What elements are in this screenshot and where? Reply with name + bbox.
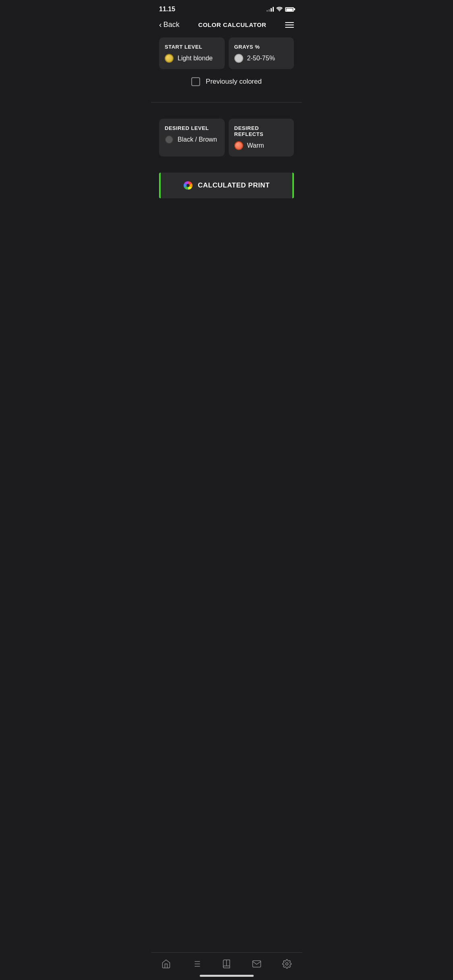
desired-reflects-label: DESIRED REFLECTS: [234, 125, 289, 137]
desired-reflects-value-row: Warm: [234, 141, 289, 150]
signal-icon: [267, 7, 274, 12]
desired-level-value-row: Black / Brown: [165, 135, 219, 144]
calc-button-section: CALCULATED PRINT: [151, 165, 302, 210]
start-level-card[interactable]: START LEVEL Light blonde: [159, 37, 225, 69]
previously-colored-label: Previously colored: [206, 78, 262, 86]
status-time: 11.15: [159, 6, 175, 13]
wifi-icon: [276, 6, 283, 12]
menu-button[interactable]: [285, 22, 294, 28]
start-level-label: START LEVEL: [165, 44, 219, 50]
menu-line-icon: [285, 22, 294, 23]
desired-level-value: Black / Brown: [178, 136, 217, 143]
back-button[interactable]: ‹ Back: [159, 20, 180, 29]
svg-point-2: [186, 184, 190, 187]
desired-reflects-value: Warm: [247, 142, 264, 149]
calculated-print-button[interactable]: CALCULATED PRINT: [159, 173, 294, 198]
desired-cards-row: DESIRED LEVEL Black / Brown DESIRED REFL…: [159, 119, 294, 156]
start-level-dot: [165, 54, 174, 63]
nav-bar: ‹ Back COLOR CALCULATOR: [151, 16, 302, 33]
grays-label: GRAYS %: [234, 44, 289, 50]
page-title: COLOR CALCULATOR: [198, 21, 266, 28]
desired-reflects-dot: [234, 141, 243, 150]
menu-line-icon: [285, 27, 294, 28]
status-icons: [267, 6, 294, 12]
start-cards-row: START LEVEL Light blonde GRAYS % 2-50-75…: [159, 37, 294, 69]
color-wheel-icon: [183, 181, 193, 190]
back-chevron-icon: ‹: [159, 20, 162, 29]
grays-value-row: 2-50-75%: [234, 54, 289, 63]
previously-colored-checkbox[interactable]: [191, 77, 200, 86]
start-level-value: Light blonde: [178, 55, 213, 62]
desired-level-card[interactable]: DESIRED LEVEL Black / Brown: [159, 119, 225, 156]
desired-level-label: DESIRED LEVEL: [165, 125, 219, 131]
svg-point-0: [279, 10, 280, 11]
battery-icon: [285, 7, 294, 12]
grays-value: 2-50-75%: [247, 55, 275, 62]
start-level-value-row: Light blonde: [165, 54, 219, 63]
desired-level-dot: [165, 135, 174, 144]
grays-dot: [234, 54, 243, 63]
grays-card[interactable]: GRAYS % 2-50-75%: [229, 37, 294, 69]
menu-line-icon: [285, 25, 294, 25]
status-bar: 11.15: [151, 0, 302, 16]
calc-button-text: CALCULATED PRINT: [198, 181, 270, 189]
back-label: Back: [163, 21, 180, 29]
previously-colored-row: Previously colored: [159, 69, 294, 94]
desired-section: DESIRED LEVEL Black / Brown DESIRED REFL…: [151, 103, 302, 165]
empty-space: [151, 210, 302, 291]
start-section: START LEVEL Light blonde GRAYS % 2-50-75…: [151, 33, 302, 102]
desired-reflects-card[interactable]: DESIRED REFLECTS Warm: [229, 119, 294, 156]
